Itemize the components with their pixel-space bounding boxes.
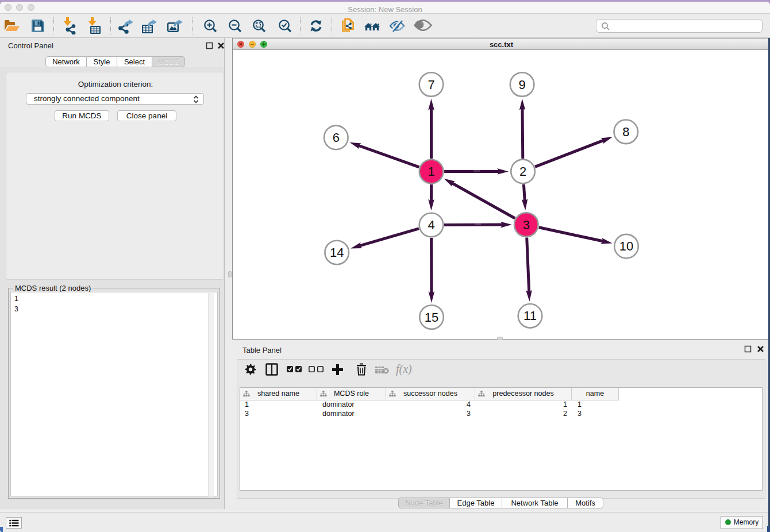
svg-text:11: 11 (523, 309, 537, 323)
svg-text:7: 7 (428, 78, 434, 92)
svg-text:1: 1 (428, 164, 434, 179)
svg-text:9: 9 (518, 78, 525, 92)
svg-text:15: 15 (425, 310, 438, 325)
svg-text:14: 14 (330, 245, 344, 260)
svg-text:3: 3 (523, 218, 530, 232)
svg-text:6: 6 (333, 130, 340, 145)
svg-text:8: 8 (622, 125, 629, 139)
svg-text:10: 10 (619, 239, 633, 253)
svg-text:4: 4 (428, 218, 434, 232)
svg-text:2: 2 (519, 164, 526, 179)
